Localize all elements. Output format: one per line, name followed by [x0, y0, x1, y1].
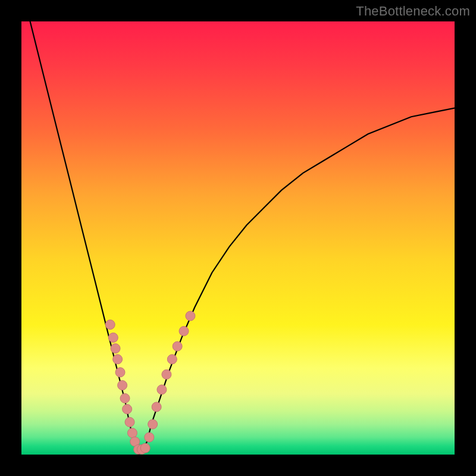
data-dot — [108, 333, 118, 342]
data-dot — [111, 344, 120, 353]
data-dot — [120, 393, 130, 403]
data-dot — [105, 320, 115, 330]
data-dot — [179, 327, 189, 336]
data-dot — [115, 368, 125, 377]
data-dot — [157, 385, 167, 394]
data-dot — [123, 405, 132, 414]
data-dot — [140, 443, 150, 453]
chart-frame: TheBottleneck.com — [0, 0, 476, 476]
data-dot — [127, 428, 137, 438]
data-dot — [186, 311, 195, 321]
data-dot — [148, 419, 158, 429]
watermark-text: TheBottleneck.com — [356, 4, 470, 19]
data-dot — [173, 342, 182, 351]
data-dot — [162, 369, 171, 379]
chart-svg — [21, 21, 455, 455]
data-dot — [113, 355, 123, 364]
data-dot — [145, 433, 154, 442]
data-dot — [167, 355, 177, 364]
bottleneck-curve — [30, 21, 455, 455]
data-dot — [125, 417, 134, 427]
data-dot — [118, 381, 127, 390]
data-dot — [152, 402, 161, 412]
plot-area — [21, 21, 455, 455]
data-dots — [105, 311, 195, 454]
